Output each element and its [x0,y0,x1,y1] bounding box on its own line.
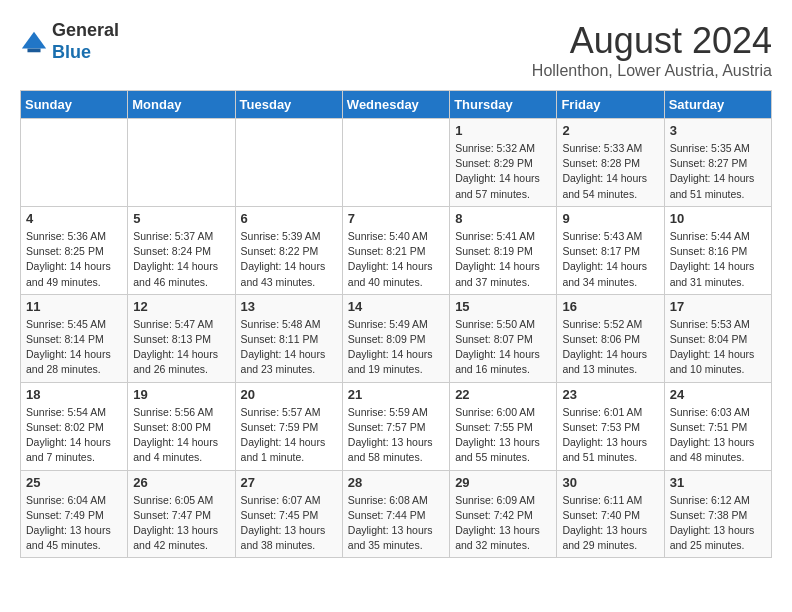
day-number: 26 [133,475,229,490]
day-number: 14 [348,299,444,314]
day-detail: Sunrise: 6:00 AMSunset: 7:55 PMDaylight:… [455,405,551,466]
calendar-cell: 8Sunrise: 5:41 AMSunset: 8:19 PMDaylight… [450,206,557,294]
calendar-cell: 24Sunrise: 6:03 AMSunset: 7:51 PMDayligh… [664,382,771,470]
day-detail: Sunrise: 5:33 AMSunset: 8:28 PMDaylight:… [562,141,658,202]
calendar-cell: 6Sunrise: 5:39 AMSunset: 8:22 PMDaylight… [235,206,342,294]
logo-general: General [52,20,119,40]
calendar-title: August 2024 [532,20,772,62]
logo: General Blue [20,20,119,63]
day-number: 19 [133,387,229,402]
day-detail: Sunrise: 6:07 AMSunset: 7:45 PMDaylight:… [241,493,337,554]
day-number: 10 [670,211,766,226]
calendar-cell: 3Sunrise: 5:35 AMSunset: 8:27 PMDaylight… [664,119,771,207]
calendar-cell: 19Sunrise: 5:56 AMSunset: 8:00 PMDayligh… [128,382,235,470]
day-detail: Sunrise: 6:04 AMSunset: 7:49 PMDaylight:… [26,493,122,554]
calendar-cell: 1Sunrise: 5:32 AMSunset: 8:29 PMDaylight… [450,119,557,207]
calendar-cell: 11Sunrise: 5:45 AMSunset: 8:14 PMDayligh… [21,294,128,382]
day-detail: Sunrise: 5:37 AMSunset: 8:24 PMDaylight:… [133,229,229,290]
day-number: 13 [241,299,337,314]
calendar-cell: 22Sunrise: 6:00 AMSunset: 7:55 PMDayligh… [450,382,557,470]
day-detail: Sunrise: 6:01 AMSunset: 7:53 PMDaylight:… [562,405,658,466]
day-number: 29 [455,475,551,490]
day-detail: Sunrise: 5:50 AMSunset: 8:07 PMDaylight:… [455,317,551,378]
calendar-cell: 23Sunrise: 6:01 AMSunset: 7:53 PMDayligh… [557,382,664,470]
day-detail: Sunrise: 6:08 AMSunset: 7:44 PMDaylight:… [348,493,444,554]
day-detail: Sunrise: 5:35 AMSunset: 8:27 PMDaylight:… [670,141,766,202]
calendar-cell: 17Sunrise: 5:53 AMSunset: 8:04 PMDayligh… [664,294,771,382]
day-detail: Sunrise: 5:36 AMSunset: 8:25 PMDaylight:… [26,229,122,290]
calendar-cell [235,119,342,207]
day-number: 15 [455,299,551,314]
weekday-saturday: Saturday [664,91,771,119]
calendar-cell: 29Sunrise: 6:09 AMSunset: 7:42 PMDayligh… [450,470,557,558]
logo-icon [20,28,48,56]
day-number: 23 [562,387,658,402]
calendar-table: SundayMondayTuesdayWednesdayThursdayFrid… [20,90,772,558]
calendar-header: SundayMondayTuesdayWednesdayThursdayFrid… [21,91,772,119]
weekday-wednesday: Wednesday [342,91,449,119]
day-number: 6 [241,211,337,226]
calendar-week-1: 1Sunrise: 5:32 AMSunset: 8:29 PMDaylight… [21,119,772,207]
calendar-body: 1Sunrise: 5:32 AMSunset: 8:29 PMDaylight… [21,119,772,558]
svg-marker-1 [27,48,40,52]
calendar-cell: 2Sunrise: 5:33 AMSunset: 8:28 PMDaylight… [557,119,664,207]
calendar-cell: 28Sunrise: 6:08 AMSunset: 7:44 PMDayligh… [342,470,449,558]
calendar-cell: 15Sunrise: 5:50 AMSunset: 8:07 PMDayligh… [450,294,557,382]
day-number: 16 [562,299,658,314]
weekday-monday: Monday [128,91,235,119]
day-detail: Sunrise: 5:56 AMSunset: 8:00 PMDaylight:… [133,405,229,466]
day-detail: Sunrise: 5:49 AMSunset: 8:09 PMDaylight:… [348,317,444,378]
day-number: 9 [562,211,658,226]
day-number: 5 [133,211,229,226]
day-number: 3 [670,123,766,138]
calendar-cell: 14Sunrise: 5:49 AMSunset: 8:09 PMDayligh… [342,294,449,382]
calendar-cell: 30Sunrise: 6:11 AMSunset: 7:40 PMDayligh… [557,470,664,558]
svg-marker-0 [22,31,46,48]
calendar-cell: 16Sunrise: 5:52 AMSunset: 8:06 PMDayligh… [557,294,664,382]
day-number: 12 [133,299,229,314]
day-number: 8 [455,211,551,226]
day-number: 30 [562,475,658,490]
day-detail: Sunrise: 6:05 AMSunset: 7:47 PMDaylight:… [133,493,229,554]
day-number: 24 [670,387,766,402]
day-detail: Sunrise: 5:57 AMSunset: 7:59 PMDaylight:… [241,405,337,466]
day-detail: Sunrise: 5:40 AMSunset: 8:21 PMDaylight:… [348,229,444,290]
day-number: 27 [241,475,337,490]
day-detail: Sunrise: 5:59 AMSunset: 7:57 PMDaylight:… [348,405,444,466]
calendar-cell: 18Sunrise: 5:54 AMSunset: 8:02 PMDayligh… [21,382,128,470]
logo-blue: Blue [52,42,91,62]
day-detail: Sunrise: 5:44 AMSunset: 8:16 PMDaylight:… [670,229,766,290]
weekday-sunday: Sunday [21,91,128,119]
calendar-cell: 9Sunrise: 5:43 AMSunset: 8:17 PMDaylight… [557,206,664,294]
day-number: 20 [241,387,337,402]
calendar-cell: 31Sunrise: 6:12 AMSunset: 7:38 PMDayligh… [664,470,771,558]
calendar-week-4: 18Sunrise: 5:54 AMSunset: 8:02 PMDayligh… [21,382,772,470]
day-number: 21 [348,387,444,402]
day-number: 17 [670,299,766,314]
calendar-cell: 4Sunrise: 5:36 AMSunset: 8:25 PMDaylight… [21,206,128,294]
day-detail: Sunrise: 5:43 AMSunset: 8:17 PMDaylight:… [562,229,658,290]
day-detail: Sunrise: 5:41 AMSunset: 8:19 PMDaylight:… [455,229,551,290]
title-block: August 2024 Hollenthon, Lower Austria, A… [532,20,772,80]
day-number: 4 [26,211,122,226]
day-detail: Sunrise: 5:39 AMSunset: 8:22 PMDaylight:… [241,229,337,290]
day-number: 28 [348,475,444,490]
calendar-subtitle: Hollenthon, Lower Austria, Austria [532,62,772,80]
day-detail: Sunrise: 5:53 AMSunset: 8:04 PMDaylight:… [670,317,766,378]
weekday-thursday: Thursday [450,91,557,119]
day-number: 2 [562,123,658,138]
day-detail: Sunrise: 6:03 AMSunset: 7:51 PMDaylight:… [670,405,766,466]
day-detail: Sunrise: 5:48 AMSunset: 8:11 PMDaylight:… [241,317,337,378]
day-detail: Sunrise: 5:52 AMSunset: 8:06 PMDaylight:… [562,317,658,378]
calendar-cell: 26Sunrise: 6:05 AMSunset: 7:47 PMDayligh… [128,470,235,558]
weekday-friday: Friday [557,91,664,119]
day-detail: Sunrise: 5:45 AMSunset: 8:14 PMDaylight:… [26,317,122,378]
calendar-week-3: 11Sunrise: 5:45 AMSunset: 8:14 PMDayligh… [21,294,772,382]
calendar-cell: 21Sunrise: 5:59 AMSunset: 7:57 PMDayligh… [342,382,449,470]
weekday-header-row: SundayMondayTuesdayWednesdayThursdayFrid… [21,91,772,119]
day-number: 1 [455,123,551,138]
calendar-cell: 12Sunrise: 5:47 AMSunset: 8:13 PMDayligh… [128,294,235,382]
day-detail: Sunrise: 5:54 AMSunset: 8:02 PMDaylight:… [26,405,122,466]
day-number: 11 [26,299,122,314]
day-detail: Sunrise: 5:47 AMSunset: 8:13 PMDaylight:… [133,317,229,378]
